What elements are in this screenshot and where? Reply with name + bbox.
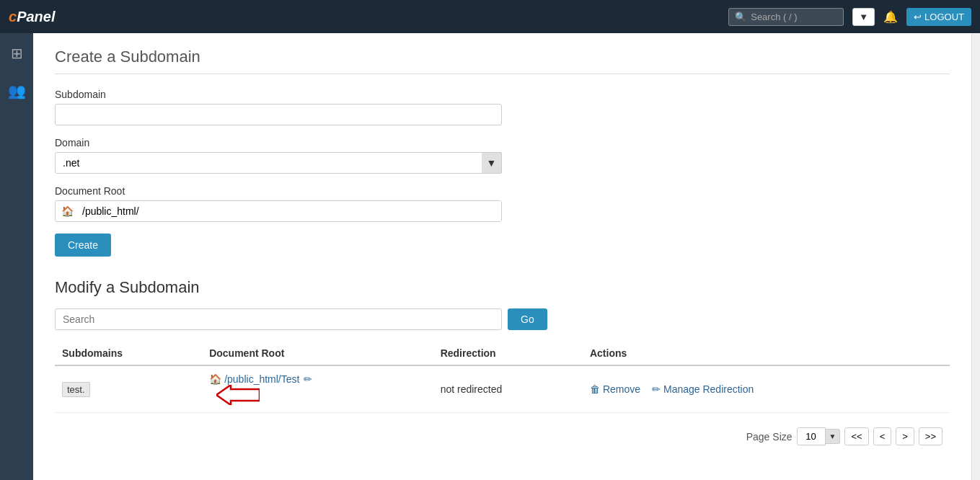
redirection-status: not redirected [441,383,503,395]
col-header-document-root: Document Root [202,342,433,365]
user-dropdown[interactable]: ▼ [852,8,875,26]
document-root-input[interactable] [79,201,501,221]
next-page-button[interactable]: > [896,427,914,445]
edit-icon: ✏ [304,373,312,385]
subdomain-input[interactable] [55,104,502,125]
svg-marker-0 [216,385,260,405]
search-icon: 🔍 [735,12,746,22]
last-page-button[interactable]: >> [919,427,943,445]
trash-icon: 🗑 [590,383,600,395]
doc-root-cell: 🏠 /public_html/Test ✏ [202,365,433,413]
first-page-button[interactable]: << [844,427,868,445]
create-button[interactable]: Create [55,234,111,257]
navbar-right: 🔍 ▼ 🔔 ↩ LOGOUT [728,8,971,26]
logout-button[interactable]: ↩ LOGOUT [906,8,971,26]
pagination-row: Page Size ▼ << < > >> [55,427,950,445]
pencil-icon: ✏ [652,383,661,395]
subdomain-field-group: Subdomain [55,89,950,125]
redirection-cell: not redirected [433,365,583,413]
doc-root-path: /public_html/Test [224,373,299,385]
navbar-search-input[interactable] [751,12,837,22]
domain-select[interactable]: .net [55,152,502,174]
document-root-wrapper: 🏠 [55,200,502,222]
create-subdomain-form: Subdomain Domain .net ▼ Document Root 🏠 [55,89,950,257]
remove-link[interactable]: 🗑Remove [590,383,643,395]
home-icon: 🏠 [209,373,221,385]
go-button[interactable]: Go [508,308,547,330]
document-root-label: Document Root [55,185,950,197]
navbar-search-box: 🔍 [728,8,844,26]
sidebar: ⊞ 👥 [0,33,33,480]
user-dropdown-arrow: ▼ [859,12,868,22]
modify-subdomain-section: Modify a Subdomain Go Subdomains Documen… [55,278,950,445]
logout-icon: ↩ [914,12,922,22]
search-go-row: Go [55,308,950,330]
arrow-annotation [216,385,260,405]
document-root-field-group: Document Root 🏠 [55,185,950,222]
page-title: Create a Subdomain [55,48,950,74]
subdomain-cell: test. [55,365,202,413]
doc-root-link[interactable]: 🏠 /public_html/Test ✏ [209,373,426,385]
page-size-wrapper: ▼ [797,427,841,445]
main-layout: ⊞ 👥 Create a Subdomain Subdomain Domain … [0,33,980,480]
home-icon: 🏠 [56,201,79,221]
table-body: test. 🏠 /public_html/Test ✏ [55,365,950,413]
col-header-redirection: Redirection [433,342,583,365]
col-header-actions: Actions [583,342,950,365]
table-header: Subdomains Document Root Redirection Act… [55,342,950,365]
col-header-subdomains: Subdomains [55,342,202,365]
main-content: Create a Subdomain Subdomain Domain .net… [33,33,971,480]
actions-cell: 🗑Remove ✏Manage Redirection [583,365,950,413]
modify-title: Modify a Subdomain [55,278,950,297]
chevron-down-icon[interactable]: ▼ [826,429,841,444]
search-input[interactable] [55,308,502,330]
subdomain-label: Subdomain [55,89,950,100]
prev-page-button[interactable]: < [873,427,892,445]
navbar-left: cPanel [9,9,55,25]
navbar-brand: cPanel [9,9,55,25]
subdomains-table: Subdomains Document Root Redirection Act… [55,342,950,413]
sidebar-item-users[interactable]: 👥 [4,78,30,104]
navbar: cPanel 🔍 ▼ 🔔 ↩ LOGOUT [0,0,980,33]
subdomain-name: test. [62,382,90,397]
bell-icon[interactable]: 🔔 [883,10,898,24]
sidebar-item-grid[interactable]: ⊞ [6,40,27,66]
domain-label: Domain [55,137,950,148]
scrollbar-track[interactable] [971,33,980,480]
page-size-label: Page Size [746,431,793,443]
manage-redirection-link[interactable]: ✏Manage Redirection [652,383,754,395]
table-row: test. 🏠 /public_html/Test ✏ [55,365,950,413]
domain-select-wrapper: .net ▼ [55,152,502,174]
domain-field-group: Domain .net ▼ [55,137,950,174]
page-size-input[interactable] [797,427,826,445]
